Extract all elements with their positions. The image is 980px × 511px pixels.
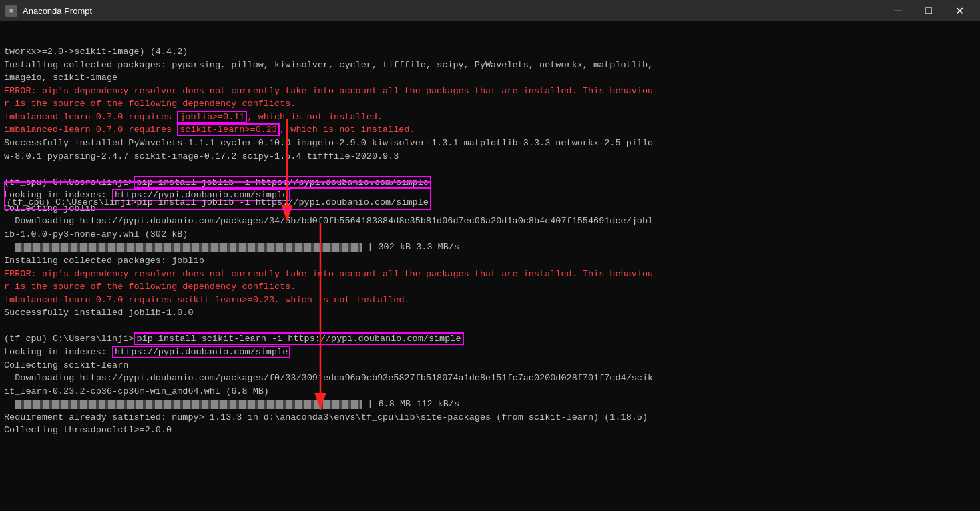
maximize-button[interactable]: □ [913, 0, 944, 21]
window-controls: ─ □ ✕ [883, 0, 975, 21]
tl17: Installing collected packages: joblib [4, 255, 204, 266]
tl7a: imbalanced-learn 0.7.0 requires [4, 125, 177, 135]
tl21: Successfully installed joblib-1.0.0 [4, 308, 194, 318]
tl16 [4, 242, 15, 252]
tl23-cmd: pip install scikit-learn -i https://pypi… [134, 332, 463, 345]
tl14: Downloading https://pypi.doubanio.com/pa… [4, 216, 653, 226]
tl8: Successfully installed PyWavelets-1.1.1 … [4, 138, 653, 148]
terminal-body[interactable]: tworkx>=2.0->scikit-image) (4.4.2) Insta… [0, 21, 980, 511]
tl20: imbalanced-learn 0.7.0 requires scikit-l… [4, 295, 410, 305]
window-icon: ■ [5, 5, 17, 17]
tl4: ERROR: pip's dependency resolver does no… [4, 86, 475, 96]
tl3: imageio, scikit-image [4, 73, 117, 83]
tl11-prompt: (tf_cpu) C:\Users\linji> [4, 177, 134, 187]
tl24a: Looking in indexes: [4, 347, 112, 357]
progress-bar-2 [15, 400, 362, 409]
tl6a: imbalanced-learn 0.7.0 requires [4, 112, 177, 122]
terminal-full-content: tworkx>=2.0->scikit-image) (4.4.2) Insta… [4, 45, 968, 437]
tl15: ib-1.0.0-py3-none-any.whl (302 kB) [4, 229, 188, 239]
tl2: Installing collected packages: pyparsing… [4, 60, 653, 70]
tl5: r is the source of the following depende… [4, 99, 296, 109]
window-icon-symbol: ■ [9, 7, 14, 15]
tl24b: https://pypi.doubanio.com/simple [112, 346, 290, 358]
tl7c: , which is not installed. [280, 125, 415, 135]
tl26: Downloading https://pypi.doubanio.com/pa… [4, 373, 653, 383]
minimize-button[interactable]: ─ [883, 0, 913, 21]
terminal-full: tworkx>=2.0->scikit-image) (4.4.2) Insta… [0, 43, 972, 511]
tl30: Collecting threadpoolctl>=2.0.0 [4, 425, 172, 435]
tl18: ERROR: pip's dependency resolver does no… [4, 269, 653, 279]
tl13: Collecting joblib [4, 203, 96, 213]
tl12b: https://pypi.doubanio.com/simple [112, 189, 290, 201]
tl29: Requirement already satisfied: numpy>=1.… [4, 412, 648, 422]
tl9: w-8.0.1 pyparsing-2.4.7 scikit-image-0.1… [4, 151, 399, 161]
tl6b: joblib>=0.11 [177, 111, 247, 123]
tl25: Collecting scikit-learn [4, 360, 128, 370]
tl27: it_learn-0.23.2-cp36-cp36m-win_amd64.whl… [4, 386, 269, 396]
tl11-cmd: pip install joblib -i https://pypi.douba… [134, 176, 431, 189]
close-button[interactable]: ✕ [944, 0, 975, 21]
title-bar: ■ Anaconda Prompt ─ □ ✕ [0, 0, 980, 21]
tl19: r is the source of the following depende… [4, 282, 296, 292]
tl12a: Looking in indexes: [4, 190, 112, 200]
tl1: tworkx>=2.0->scikit-image) (4.4.2) [4, 47, 188, 57]
window-title: Anaconda Prompt [23, 6, 883, 16]
progress-bar-1 [15, 243, 362, 252]
tl7b: scikit-learn>=0.23 [177, 123, 280, 136]
tl23-prompt: (tf_cpu) C:\Users\linji> [4, 334, 134, 344]
tl6c: , which is not installed. [247, 112, 383, 122]
window: ■ Anaconda Prompt ─ □ ✕ tworkx>=2.0->sci… [0, 0, 980, 511]
tl28 [4, 399, 15, 409]
